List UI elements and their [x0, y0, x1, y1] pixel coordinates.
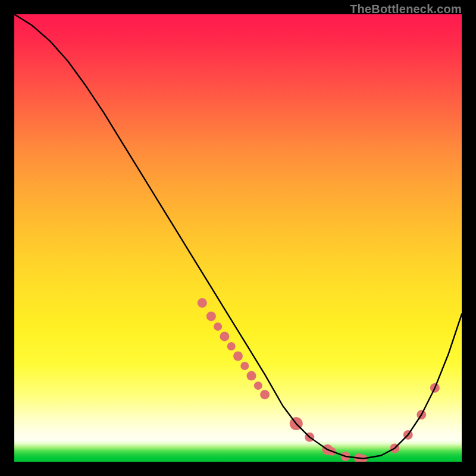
scatter-dot: [227, 342, 236, 350]
scatter-dot: [254, 381, 262, 390]
scatter-dot: [206, 312, 216, 321]
curve-path: [14, 14, 462, 459]
scatter-dot: [198, 298, 207, 308]
chart-svg: [14, 14, 462, 462]
scatter-dot: [260, 390, 270, 399]
scatter-dot: [233, 352, 243, 361]
watermark: TheBottleneck.com: [350, 2, 462, 16]
scatter-dot: [240, 362, 249, 370]
scatter-dot: [214, 322, 222, 331]
scatter-dot: [247, 371, 256, 381]
scatter-dot: [220, 331, 229, 341]
chart-container: TheBottleneck.com: [0, 0, 476, 476]
